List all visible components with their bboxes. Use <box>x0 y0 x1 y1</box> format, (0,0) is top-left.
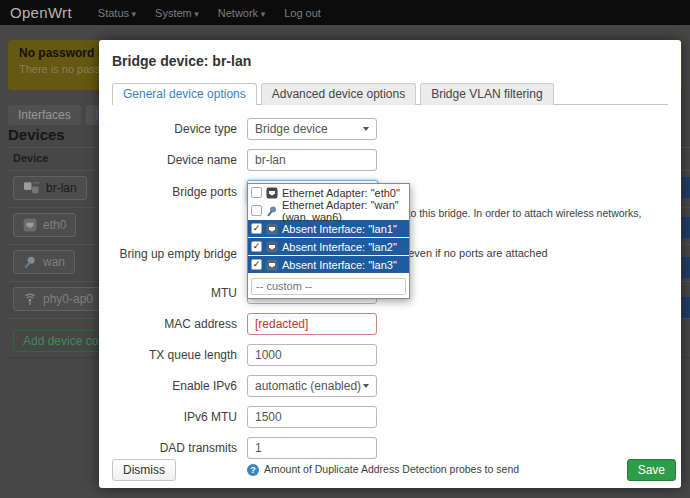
item-label: Absent Interface: "lan3" <box>282 259 397 271</box>
ipv6-mtu-row: IPv6 MTU 1500 <box>112 406 668 428</box>
item-checkbox[interactable] <box>251 259 262 270</box>
device-name: phy0-ap0 <box>43 292 93 306</box>
bridge-ports-label: Bridge ports <box>112 180 237 233</box>
item-label: Ethernet Adapter: "eth0" <box>282 187 400 199</box>
enable-ipv6-value: automatic (enabled) <box>255 379 361 393</box>
tab-advanced-device-options[interactable]: Advanced device options <box>261 83 416 105</box>
device-type-select[interactable]: Bridge device <box>247 118 377 140</box>
nav-menu: Status System Network Log out <box>98 7 321 19</box>
mac-address-input[interactable]: [redacted] <box>247 313 377 335</box>
page-title: Devices <box>8 126 65 143</box>
port-icon <box>266 205 278 217</box>
dropdown-custom-row <box>248 274 409 298</box>
item-checkbox[interactable] <box>251 223 262 234</box>
device-type-row: Device type Bridge device <box>112 118 668 140</box>
device-name-row: Device name br-lan <box>112 149 668 171</box>
dad-transmits-input[interactable]: 1 <box>247 437 377 459</box>
dismiss-button[interactable]: Dismiss <box>112 459 176 481</box>
mtu-label: MTU <box>112 282 237 304</box>
dad-transmits-control: 1 ? Amount of Duplicate Address Detectio… <box>247 437 519 476</box>
dropdown-item-lan2[interactable]: Absent Interface: "lan2" <box>248 238 409 256</box>
occluded-action-button <box>682 177 690 198</box>
dad-description: Amount of Duplicate Address Detection pr… <box>264 463 519 476</box>
tab-general-device-options[interactable]: General device options <box>112 83 257 105</box>
device-chip-eth0: eth0 <box>13 213 76 237</box>
wifi-icon <box>23 292 37 306</box>
item-label: Absent Interface: "lan1" <box>282 223 397 235</box>
nav-system: System <box>155 7 199 19</box>
enable-ipv6-select[interactable]: automatic (enabled) <box>247 375 377 397</box>
item-label: Ethernet Adapter: "wan" (wan, wan6) <box>282 199 406 223</box>
device-name: eth0 <box>43 218 66 232</box>
nav-status: Status <box>98 7 136 19</box>
bridge-device-modal: Bridge device: br-lan General device opt… <box>99 40 681 488</box>
enable-ipv6-row: Enable IPv6 automatic (enabled) <box>112 375 668 397</box>
device-name-label: Device name <box>112 149 237 171</box>
dropdown-item-lan1[interactable]: Absent Interface: "lan1" <box>248 220 409 238</box>
item-checkbox[interactable] <box>251 205 262 216</box>
brand-logo: OpenWrt <box>10 4 72 21</box>
ipv6-mtu-label: IPv6 MTU <box>112 406 237 428</box>
dropdown-item-lan3[interactable]: Absent Interface: "lan3" <box>248 256 409 274</box>
item-checkbox[interactable] <box>251 241 262 252</box>
item-label: Absent Interface: "lan2" <box>282 241 397 253</box>
help-icon: ? <box>247 464 259 476</box>
device-name: wan <box>43 255 65 269</box>
bridge-ports-dropdown: Ethernet Adapter: "eth0" Ethernet Adapte… <box>247 183 410 299</box>
occluded-action-button <box>682 217 690 238</box>
enable-ipv6-label: Enable IPv6 <box>112 375 237 397</box>
mac-address-row: MAC address [redacted] <box>112 313 668 335</box>
occluded-action-button <box>682 257 690 278</box>
device-chip-br-lan: br-lan <box>13 176 87 200</box>
nav-logout: Log out <box>284 7 321 19</box>
device-name-input[interactable]: br-lan <box>247 149 377 171</box>
tab-interfaces: Interfaces <box>8 105 81 125</box>
ethernet-icon <box>266 259 278 271</box>
ethernet-icon <box>266 241 278 253</box>
ethernet-icon <box>23 218 37 232</box>
tx-queue-length-input[interactable]: 1000 <box>247 344 377 366</box>
dropdown-item-wan[interactable]: Ethernet Adapter: "wan" (wan, wan6) <box>248 202 409 220</box>
device-name: br-lan <box>46 181 77 195</box>
modal-title: Bridge device: br-lan <box>112 53 668 69</box>
ethernet-icon <box>266 187 278 199</box>
tab-bridge-vlan-filtering[interactable]: Bridge VLAN filtering <box>420 83 553 105</box>
ethernet-icon <box>266 223 278 235</box>
empty-bridge-label: Bring up empty bridge <box>112 243 237 265</box>
modal-tabs: General device options Advanced device o… <box>112 82 668 105</box>
device-type-label: Device type <box>112 118 237 140</box>
custom-value-input[interactable] <box>251 278 406 295</box>
port-icon <box>23 255 37 269</box>
occluded-action-button <box>682 297 690 318</box>
tx-queue-length-label: TX queue length <box>112 344 237 366</box>
device-type-value: Bridge device <box>255 122 328 136</box>
dad-help: ? Amount of Duplicate Address Detection … <box>247 463 519 476</box>
item-checkbox[interactable] <box>251 187 262 198</box>
chevron-down-icon <box>363 384 369 388</box>
chevron-down-icon <box>363 127 369 131</box>
tx-queue-length-row: TX queue length 1000 <box>112 344 668 366</box>
dad-transmits-row: DAD transmits 1 ? Amount of Duplicate Ad… <box>112 437 668 476</box>
table-header-device: Device <box>13 152 48 164</box>
mac-address-label: MAC address <box>112 313 237 335</box>
top-navbar: OpenWrt Status System Network Log out <box>0 0 690 25</box>
device-chip-phy0-ap0: phy0-ap0 <box>13 287 103 311</box>
save-button[interactable]: Save <box>627 459 676 481</box>
device-chip-wan: wan <box>13 250 75 274</box>
ipv6-mtu-input[interactable]: 1500 <box>247 406 377 428</box>
bridge-icon <box>23 181 40 195</box>
nav-network: Network <box>218 7 265 19</box>
